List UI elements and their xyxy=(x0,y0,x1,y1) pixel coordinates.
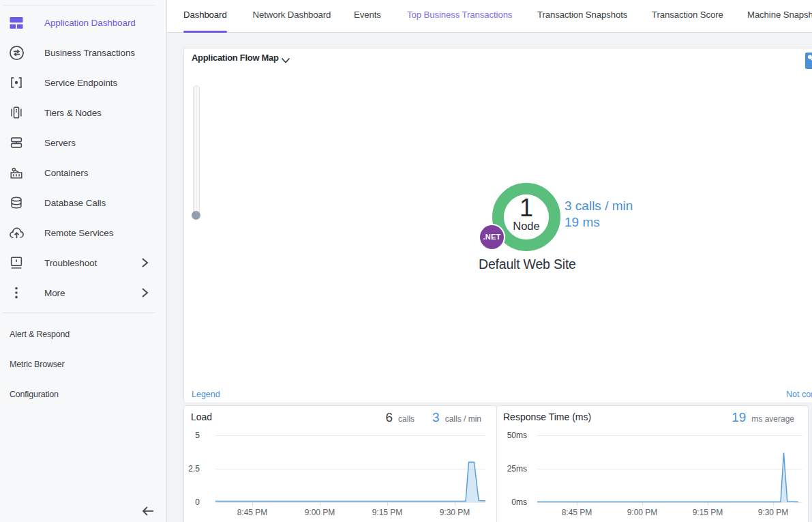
x-axis-label: 9:00 PM xyxy=(622,508,663,517)
sidebar-top-divider xyxy=(3,5,155,5)
node-count[interactable]: 1 xyxy=(485,196,567,220)
chart-stat-value: 6 xyxy=(385,409,393,426)
chevron-down-icon[interactable] xyxy=(281,55,290,61)
response-time-chart-panel: Response Time (ms)19ms average0ms25ms50m… xyxy=(496,405,809,522)
sidebar-item-label: Configuration xyxy=(10,390,59,399)
flow-map-title[interactable]: Application Flow Map xyxy=(192,52,279,63)
troubleshoot-icon xyxy=(7,254,25,272)
x-axis-label: 9:30 PM xyxy=(753,508,794,517)
tab-machine-snapshots[interactable]: Machine Snapshots xyxy=(747,0,812,32)
containers-icon xyxy=(7,164,25,182)
zoom-slider-knob[interactable] xyxy=(192,211,200,220)
sidebar-item-label: Troubleshoot xyxy=(44,258,97,268)
y-axis-label: 5 xyxy=(184,431,200,439)
not-comparing-link[interactable]: Not comparing xyxy=(786,390,812,399)
sidebar-item-containers[interactable]: Containers xyxy=(0,158,166,188)
chart-header-stats: 6calls3calls / min xyxy=(385,409,481,426)
sidebar-collapse-button[interactable] xyxy=(140,504,155,519)
node-stat-ms: 19 ms xyxy=(565,214,633,231)
chart-stat: 19ms average xyxy=(732,409,794,426)
main-content: Application Flow Map 1 xyxy=(167,33,812,522)
sidebar-item-label: Application Dashboard xyxy=(44,18,136,28)
chart-stat-label: ms average xyxy=(751,414,794,424)
sidebar-item-servers[interactable]: Servers xyxy=(0,128,166,158)
sidebar-item-label: More xyxy=(44,288,65,298)
sidebar-item-tiers-nodes[interactable]: Tiers & Nodes xyxy=(0,98,166,128)
chart-stat: 6calls xyxy=(385,409,415,426)
sidebar-section-divider xyxy=(3,313,155,313)
sidebar-item-troubleshoot[interactable]: Troubleshoot xyxy=(0,248,166,278)
chevron-right-icon xyxy=(140,287,149,298)
flow-map-icon xyxy=(805,59,812,71)
sidebar-item-label: Database Calls xyxy=(44,198,106,208)
chart-title: Load xyxy=(191,411,212,423)
sidebar-item-label: Service Endpoints xyxy=(44,78,117,88)
y-axis-label: 2.5 xyxy=(184,465,200,473)
more-dots-icon xyxy=(7,284,25,302)
chart-stat-label: calls / min xyxy=(445,414,481,424)
tab-bar: DashboardNetwork DashboardEventsTop Busi… xyxy=(167,0,812,33)
tab-dashboard[interactable]: Dashboard xyxy=(183,0,227,32)
sidebar-item-label: Servers xyxy=(44,138,76,148)
load-chart-panel: Load6calls3calls / min02.558:45 PM9:00 P… xyxy=(183,405,497,522)
tiers-nodes-icon xyxy=(7,104,25,121)
chart-series xyxy=(215,426,485,504)
application-flow-map-panel: Application Flow Map 1 xyxy=(183,48,812,403)
sidebar-item-label: Remote Services xyxy=(44,228,113,238)
sidebar-item-label: Metric Browser xyxy=(10,360,65,369)
node-name[interactable]: Default Web Site xyxy=(479,257,575,272)
sidebar-item-label: Containers xyxy=(44,168,88,178)
chevron-right-icon xyxy=(140,257,149,268)
sidebar-item-configuration[interactable]: Configuration xyxy=(0,379,166,409)
arrow-left-icon xyxy=(140,509,155,521)
sidebar-item-service-endpoints[interactable]: Service Endpoints xyxy=(0,68,166,98)
y-axis-label: 25ms xyxy=(497,465,527,473)
tab-transaction-score[interactable]: Transaction Score xyxy=(652,0,723,32)
dashboard-layout-icon xyxy=(7,14,25,31)
x-axis-label: 9:00 PM xyxy=(299,508,340,517)
chart-stat: 3calls / min xyxy=(432,409,481,426)
y-axis-label: 0ms xyxy=(497,498,527,506)
y-axis-label: 50ms xyxy=(497,431,527,439)
sidebar-item-label: Business Transactions xyxy=(44,48,135,58)
x-axis-label: 8:45 PM xyxy=(232,508,273,517)
x-axis-label: 8:45 PM xyxy=(556,508,597,517)
node-stats: 3 calls / min 19 ms xyxy=(565,198,633,231)
sidebar-item-alert-respond[interactable]: Alert & Respond xyxy=(0,319,166,349)
remote-services-icon xyxy=(7,224,25,242)
sidebar-item-remote-services[interactable]: Remote Services xyxy=(0,218,166,248)
chart-stat-value: 19 xyxy=(732,409,746,426)
sidebar-item-business-transactions[interactable]: Business Transactions xyxy=(0,38,166,68)
servers-icon xyxy=(7,134,25,151)
tab-events[interactable]: Events xyxy=(354,0,381,32)
tab-network-dashboard[interactable]: Network Dashboard xyxy=(253,0,331,32)
database-calls-icon xyxy=(7,194,25,212)
node-stat-calls: 3 calls / min xyxy=(565,198,633,214)
legend-link[interactable]: Legend xyxy=(192,390,220,399)
chart-stat-label: calls xyxy=(398,414,415,424)
x-axis-label: 9:15 PM xyxy=(367,508,408,517)
sidebar-item-database-calls[interactable]: Database Calls xyxy=(0,188,166,218)
sidebar-item-application-dashboard[interactable]: Application Dashboard xyxy=(0,8,166,38)
sidebar-item-metric-browser[interactable]: Metric Browser xyxy=(0,349,166,379)
y-axis-label: 0 xyxy=(184,498,200,506)
chart-stat-value: 3 xyxy=(432,409,440,426)
x-axis-label: 9:30 PM xyxy=(434,508,475,517)
chart-header-stats: 19ms average xyxy=(732,409,794,426)
x-axis-label: 9:15 PM xyxy=(687,508,728,517)
tab-top-business-transactions[interactable]: Top Business Transactions xyxy=(407,0,512,32)
business-transactions-icon xyxy=(7,44,25,61)
sidebar-item-label: Alert & Respond xyxy=(10,330,70,339)
dotnet-badge: .NET xyxy=(480,225,504,249)
chart-title: Response Time (ms) xyxy=(503,411,591,423)
sidebar-item-label: Tiers & Nodes xyxy=(44,108,102,118)
sidebar-item-more[interactable]: More xyxy=(0,278,166,308)
sidebar: Application DashboardBusiness Transactio… xyxy=(0,0,167,522)
service-endpoints-icon xyxy=(7,74,25,91)
chart-series xyxy=(537,426,802,504)
flow-map-view-button[interactable] xyxy=(805,53,812,69)
zoom-slider-track[interactable] xyxy=(193,85,200,215)
tab-transaction-snapshots[interactable]: Transaction Snapshots xyxy=(537,0,627,32)
